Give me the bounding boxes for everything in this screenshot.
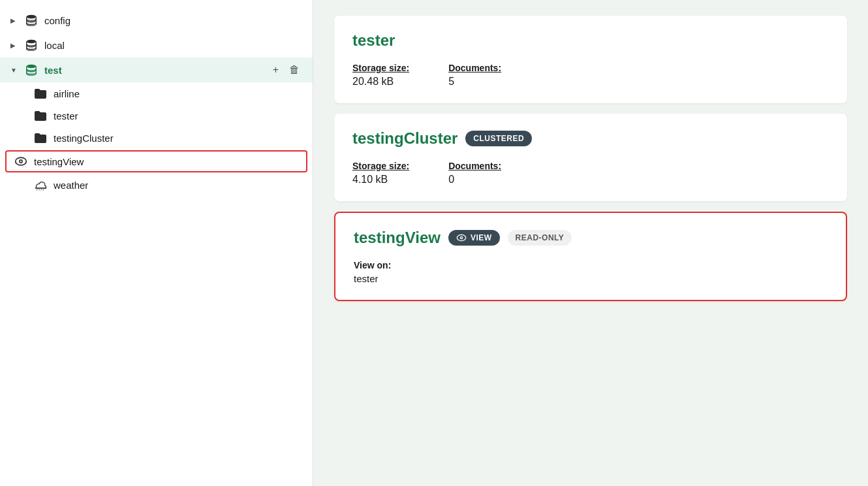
- sidebar-item-testingCluster[interactable]: testingCluster: [0, 127, 313, 149]
- testingCluster-card-stats: Storage size: 4.10 kB Documents: 0: [352, 161, 829, 186]
- testingView-card-title: testingView VIEW READ-ONLY: [354, 229, 828, 247]
- eye-icon: [14, 155, 27, 167]
- sidebar-item-local[interactable]: ▶ local: [0, 33, 313, 57]
- testingCluster-documents-value: 0: [448, 174, 501, 186]
- delete-database-button[interactable]: 🗑: [287, 63, 302, 77]
- view-on-value: tester: [354, 273, 828, 284]
- testingCluster-storage-value: 4.10 kB: [352, 174, 409, 186]
- testingCluster-storage-label: Storage size:: [352, 161, 409, 171]
- sidebar-item-label-testingCluster: testingCluster: [54, 133, 302, 144]
- sidebar-item-label-tester: tester: [54, 110, 302, 122]
- sidebar-item-label-config: config: [44, 15, 302, 26]
- view-badge: VIEW: [448, 230, 500, 246]
- sidebar-item-tester[interactable]: tester: [0, 105, 313, 127]
- tester-documents-label: Documents:: [448, 63, 501, 73]
- database-icon-active: [25, 63, 38, 77]
- tester-card-stats: Storage size: 20.48 kB Documents: 5: [352, 63, 829, 88]
- sidebar-item-label-local: local: [44, 40, 302, 51]
- sidebar-item-weather[interactable]: weather: [0, 174, 313, 196]
- tester-card-title: tester: [352, 31, 829, 50]
- testingCluster-documents-label: Documents:: [448, 161, 501, 171]
- testingCluster-card-title: testingCluster CLUSTERED: [352, 129, 829, 148]
- testingView-title-text: testingView: [354, 229, 441, 247]
- add-collection-button[interactable]: +: [270, 63, 281, 77]
- svg-point-2: [27, 65, 37, 68]
- view-badge-text: VIEW: [471, 233, 492, 242]
- tester-storage-value: 20.48 kB: [352, 76, 409, 88]
- testingCluster-storage-stat: Storage size: 4.10 kB: [352, 161, 409, 186]
- weather-icon: [34, 179, 47, 191]
- tester-card: tester Storage size: 20.48 kB Documents:…: [334, 16, 847, 103]
- tester-documents-value: 5: [448, 76, 501, 88]
- folder-icon: [34, 110, 47, 122]
- main-content: tester Storage size: 20.48 kB Documents:…: [313, 0, 868, 486]
- tester-title-text: tester: [352, 31, 395, 50]
- testingCluster-title-text: testingCluster: [352, 129, 457, 148]
- database-icon: [25, 38, 38, 52]
- tester-storage-label: Storage size:: [352, 63, 409, 73]
- test-item-actions: + 🗑: [270, 63, 302, 77]
- sidebar-item-test[interactable]: ▼ test + 🗑: [0, 57, 313, 82]
- tester-storage-stat: Storage size: 20.48 kB: [352, 63, 409, 88]
- chevron-right-icon: ▶: [10, 17, 18, 24]
- sidebar-item-label-airline: airline: [54, 88, 302, 99]
- chevron-right-icon: ▶: [10, 42, 18, 49]
- testingView-card: testingView VIEW READ-ONLY View on: test…: [334, 212, 847, 301]
- sidebar-item-config[interactable]: ▶ config: [0, 8, 313, 33]
- svg-point-8: [461, 237, 462, 238]
- chevron-down-icon: ▼: [10, 67, 18, 74]
- view-on-label: View on:: [354, 260, 828, 270]
- tester-documents-stat: Documents: 5: [448, 63, 501, 88]
- svg-point-1: [27, 40, 37, 43]
- readonly-badge: READ-ONLY: [508, 230, 572, 246]
- sidebar: ▶ config ▶ local: [0, 0, 313, 486]
- testingCluster-documents-stat: Documents: 0: [448, 161, 501, 186]
- testingCluster-card: testingCluster CLUSTERED Storage size: 4…: [334, 114, 847, 201]
- sidebar-item-label-weather: weather: [54, 180, 302, 191]
- svg-point-5: [20, 161, 22, 163]
- sidebar-item-label-testingView: testingView: [34, 156, 298, 167]
- sidebar-item-label-test: test: [44, 65, 264, 76]
- sidebar-item-testingView[interactable]: testingView: [5, 150, 307, 172]
- sidebar-item-airline[interactable]: airline: [0, 82, 313, 105]
- database-icon: [25, 13, 38, 27]
- clustered-badge: CLUSTERED: [465, 131, 532, 146]
- folder-icon: [34, 132, 47, 144]
- folder-icon: [34, 88, 47, 99]
- testingView-view-on-field: View on: tester: [354, 260, 828, 284]
